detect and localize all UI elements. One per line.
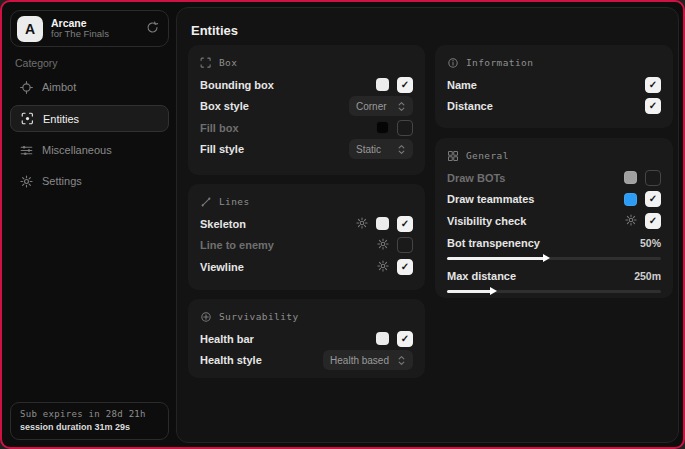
- setting-row-line-to-enemy: Line to enemy ✓: [200, 235, 413, 257]
- panel-survivability: Survivability Health bar ✓ Health style …: [188, 299, 425, 378]
- panel-information-title: Information: [466, 57, 533, 68]
- sidebar-nav: Aimbot Entities Miscellaneous: [10, 74, 169, 197]
- skeleton-checkbox[interactable]: ✓: [397, 216, 413, 232]
- viewline-checkbox[interactable]: ✓: [397, 259, 413, 275]
- panel-information: Information Name ✓ Distance ✓: [435, 45, 673, 128]
- app-logo: A: [17, 16, 43, 42]
- viewline-settings-icon[interactable]: [377, 258, 389, 276]
- sidebar-item-entities[interactable]: Entities: [10, 105, 169, 132]
- draw-bots-checkbox[interactable]: ✓: [645, 170, 661, 186]
- draw-bots-color-swatch[interactable]: [624, 171, 637, 184]
- slider-thumb[interactable]: [490, 287, 497, 295]
- grid-icon: [447, 150, 459, 162]
- sidebar-item-miscellaneous[interactable]: Miscellaneous: [10, 137, 169, 163]
- panel-general-title: General: [466, 150, 509, 161]
- distance-checkbox[interactable]: ✓: [645, 98, 661, 114]
- bounding-box-checkbox[interactable]: ✓: [397, 77, 413, 93]
- sidebar-item-aimbot[interactable]: Aimbot: [10, 74, 169, 100]
- setting-row-health-style: Health style Health based: [200, 350, 413, 372]
- setting-row-viewline: Viewline ✓: [200, 256, 413, 278]
- health-style-dropdown[interactable]: Health based: [323, 350, 413, 370]
- fill-box-checkbox[interactable]: ✓: [397, 120, 413, 136]
- bot-transparency-value: 50%: [640, 237, 661, 249]
- slider-thumb[interactable]: [543, 254, 550, 262]
- setting-row-health-bar: Health bar ✓: [200, 328, 413, 350]
- setting-row-fill-style: Fill style Static: [200, 139, 413, 161]
- setting-row-bounding-box: Bounding box ✓: [200, 74, 413, 96]
- category-label: Category: [15, 57, 58, 69]
- chevrons-up-down-icon: [397, 355, 406, 366]
- panel-box-title: Box: [219, 57, 237, 68]
- box-style-dropdown[interactable]: Corner: [349, 96, 413, 116]
- setting-row-visibility-check: Visibility check ✓: [447, 210, 661, 232]
- info-icon: [447, 57, 459, 69]
- page-title: Entities: [191, 23, 238, 38]
- bounding-box-color-swatch[interactable]: [376, 78, 389, 91]
- fill-box-color-swatch[interactable]: [376, 121, 389, 134]
- max-distance-slider[interactable]: [447, 290, 661, 293]
- name-checkbox[interactable]: ✓: [645, 77, 661, 93]
- crosshair-icon: [20, 81, 33, 94]
- sub-expiry-text: Sub expires in 28d 21h: [20, 409, 159, 419]
- box-corners-icon: [200, 57, 212, 69]
- chevrons-up-down-icon: [397, 101, 406, 112]
- max-distance-value: 250m: [634, 270, 661, 282]
- sidebar-item-settings[interactable]: Settings: [10, 168, 169, 194]
- app-subtitle: for The Finals: [51, 29, 138, 40]
- life-circle-icon: [200, 311, 212, 323]
- sidebar: A Arcane for The Finals Category Aimbot: [2, 2, 176, 447]
- setting-row-distance: Distance ✓: [447, 96, 661, 118]
- visibility-check-settings-icon[interactable]: [625, 212, 637, 230]
- setting-row-name: Name ✓: [447, 74, 661, 96]
- refresh-icon[interactable]: [146, 20, 159, 38]
- panel-box: Box Bounding box ✓ Box style Corner: [188, 45, 425, 175]
- setting-row-max-distance: Max distance 250m: [447, 265, 661, 298]
- sliders-icon: [20, 144, 33, 157]
- arcane-window: A Arcane for The Finals Category Aimbot: [0, 0, 685, 449]
- main-content: Entities Box Bounding box ✓ Box style Co…: [176, 7, 679, 443]
- panel-lines: Lines Skeleton ✓ Line to enemy: [188, 184, 425, 290]
- fill-style-dropdown[interactable]: Static: [349, 139, 413, 159]
- skeleton-settings-icon[interactable]: [356, 215, 368, 233]
- scan-icon: [21, 112, 34, 125]
- bot-transparency-slider[interactable]: [447, 257, 661, 260]
- brand-card: A Arcane for The Finals: [10, 10, 169, 47]
- session-duration-text: session duration 31m 29s: [20, 422, 159, 432]
- panel-survivability-title: Survivability: [219, 311, 299, 322]
- panel-lines-title: Lines: [219, 196, 250, 207]
- setting-row-fill-box: Fill box ✓: [200, 117, 413, 139]
- visibility-check-checkbox[interactable]: ✓: [645, 213, 661, 229]
- diagonal-line-icon: [200, 196, 212, 208]
- draw-teammates-checkbox[interactable]: ✓: [645, 191, 661, 207]
- subscription-info: Sub expires in 28d 21h session duration …: [10, 402, 169, 440]
- draw-teammates-color-swatch[interactable]: [624, 193, 637, 206]
- setting-row-box-style: Box style Corner: [200, 96, 413, 118]
- gear-icon: [20, 175, 33, 188]
- skeleton-color-swatch[interactable]: [376, 217, 389, 230]
- health-bar-color-swatch[interactable]: [376, 332, 389, 345]
- setting-row-skeleton: Skeleton ✓: [200, 213, 413, 235]
- setting-row-draw-bots: Draw BOTs ✓: [447, 167, 661, 189]
- health-bar-checkbox[interactable]: ✓: [397, 331, 413, 347]
- panel-general: General Draw BOTs ✓ Draw teammates ✓ Vis…: [435, 138, 673, 298]
- line-to-enemy-settings-icon[interactable]: [377, 236, 389, 254]
- setting-row-draw-teammates: Draw teammates ✓: [447, 189, 661, 211]
- chevrons-up-down-icon: [397, 144, 406, 155]
- setting-row-bot-transparency: Bot transpenency 50%: [447, 232, 661, 265]
- line-to-enemy-checkbox[interactable]: ✓: [397, 237, 413, 253]
